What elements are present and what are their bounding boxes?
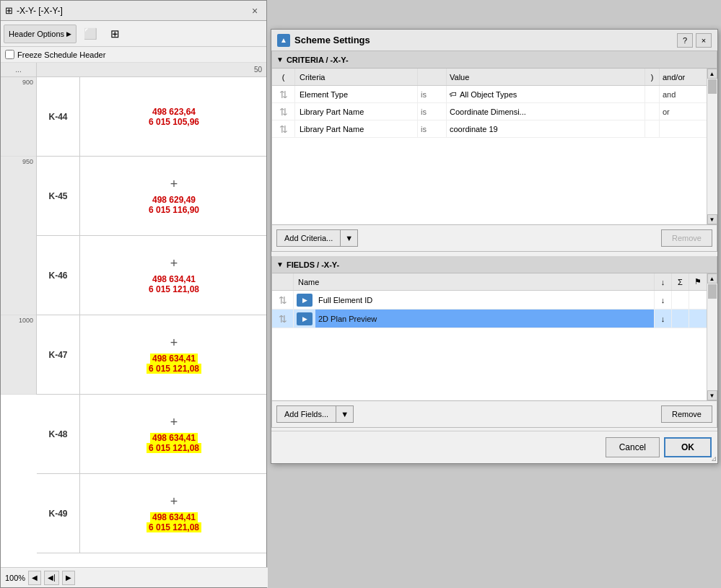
fields-scroll-up-btn[interactable]: ▲ [707,273,717,284]
criteria-value-2: Coordinate Dimensi... [447,103,645,120]
grid-select-button[interactable]: ⊞ [104,25,126,43]
criteria-is-3: is [418,120,447,137]
plus-k47: + [170,335,178,351]
criteria-table: ( Criteria Value ) and/or [272,69,707,224]
dialog-help-button[interactable]: ? [677,33,693,48]
fields-table: Name ↓ Σ ⚑ ⇅ ▶ Full Element I [272,273,707,400]
main-titlebar: ⊞ -X-Y- [-X-Y-] × [1,1,266,21]
col-header-sum: Σ [672,273,689,290]
row-label-k44: K-44 [37,77,80,156]
fields-scroll-thumb[interactable] [708,284,717,299]
table-row: K-47 + 498 634,41 6 015 121,08 [37,315,266,395]
row-data-k49: + 498 634,41 6 015 121,08 [80,474,266,553]
criteria-row-1[interactable]: ⇅ Element Type is 🏷 All Object Types and [272,86,707,103]
main-toolbar: Header Options ▶ ⬜ ⊞ [1,21,266,47]
remove-fields-button[interactable]: Remove [661,405,712,423]
row-label-k48: K-48 [37,395,80,473]
field-flag-2 [689,310,707,328]
table-row: K-49 + 498 634,41 6 015 121,08 [37,474,266,553]
field-drag-1[interactable]: ⇅ [272,291,294,309]
criteria-value-3: coordinate 19 [447,120,645,137]
dropdown-arrow-icon: ▼ [345,234,353,242]
dialog-footer: Cancel OK [271,431,717,463]
drag-handle-3[interactable]: ⇅ [272,120,295,137]
criteria-andor-1: and [660,86,707,102]
row-data-k44: 498 623,64 6 015 105,96 [80,77,266,156]
row-label-k49: K-49 [37,474,80,553]
scroll-up-btn[interactable]: ▲ [707,69,717,79]
fields-scrollbar[interactable]: ▲ ▼ [707,273,717,400]
criteria-table-header: ( Criteria Value ) and/or [272,69,707,86]
window-title: -X-Y- [-X-Y-] [17,6,63,16]
plus-k46: + [170,256,178,271]
fields-scroll-down-btn[interactable]: ▼ [707,390,717,400]
fields-dropdown-arrow-icon: ▼ [341,410,349,418]
criteria-is-2: is [418,103,447,120]
dialog-titlebar: ▲ Scheme Settings ? × [271,30,717,51]
row-data-k48: + 498 634,41 6 015 121,08 [80,395,266,473]
row-data-k45: + 498 629,49 6 015 116,90 [80,157,266,235]
field-row-2[interactable]: ⇅ ▶ 2D Plan Preview ↓ [272,310,707,328]
add-fields-dropdown-button[interactable]: ▼ [336,405,354,423]
criteria-is-1: is [418,86,447,102]
row-label-k46: K-46 [37,236,80,315]
criteria-rparen-3 [645,120,660,137]
ruler-vertical: 900 950 1000 [1,77,37,395]
grid-content: K-44 498 623,64 6 015 105,96 K-45 + 498 … [37,77,266,553]
criteria-type-2: Library Part Name [295,103,418,120]
criteria-scrollbar[interactable]: ▲ ▼ [707,69,717,224]
row-label-k47: K-47 [37,315,80,394]
close-button[interactable]: × [248,4,262,18]
criteria-type-1: Element Type [295,86,418,102]
nav-home-button[interactable]: ◀| [44,571,59,585]
zoom-level: 100% [5,574,25,582]
fields-section-header[interactable]: ▼ FIELDS / -X-Y- [271,256,717,273]
remove-criteria-button[interactable]: Remove [661,229,712,247]
criteria-row-3[interactable]: ⇅ Library Part Name is coordinate 19 [272,120,707,138]
cancel-button[interactable]: Cancel [606,437,660,457]
col-header-value: Value [447,69,645,85]
col-header-rparen: ) [645,69,660,85]
bottom-status-bar: 100% ◀ ◀| ▶ [1,567,268,587]
drag-handle-2[interactable]: ⇅ [272,103,295,120]
nav-prev-button[interactable]: ◀ [28,571,41,585]
main-window: ⊞ -X-Y- [-X-Y-] × Header Options ▶ ⬜ ⊞ F… [0,0,721,588]
fields-toggle-icon: ▼ [276,260,284,268]
field-flag-1 [689,291,707,309]
field-sort-1: ↓ [655,291,672,309]
table-row: K-48 + 498 634,41 6 015 121,08 [37,395,266,474]
ok-button[interactable]: OK [664,437,712,457]
nav-next-button[interactable]: ▶ [62,571,75,585]
coord-k45-2: 6 015 116,90 [149,205,199,215]
drag-handle-1[interactable]: ⇅ [272,86,295,102]
fields-scroll-track [707,284,717,390]
dialog-close-button[interactable]: × [696,33,712,48]
scroll-down-btn[interactable]: ▼ [707,214,717,224]
criteria-row-2[interactable]: ⇅ Library Part Name is Coordinate Dimens… [272,103,707,120]
add-criteria-button[interactable]: Add Criteria... [276,229,340,247]
fields-table-header: Name ↓ Σ ⚑ [272,273,707,291]
plus-k45: + [170,177,178,192]
ruler-h-label: 50 [254,66,262,74]
dialog-title-icon: ▲ [277,34,290,47]
header-options-button[interactable]: Header Options ▶ [4,25,77,43]
select-icon-button[interactable]: ⬜ [79,25,101,43]
field-row-1[interactable]: ⇅ ▶ Full Element ID ↓ [272,291,707,310]
resize-corner[interactable]: ⊿ [707,453,717,463]
fields-table-container: Name ↓ Σ ⚑ ⇅ ▶ Full Element I [271,273,717,401]
coord-k45-1: 498 629,49 [152,195,196,205]
fields-buttons: Add Fields... ▼ Remove [271,401,717,428]
row-label-k45: K-45 [37,157,80,235]
freeze-checkbox[interactable] [5,50,14,59]
dialog-controls: ? × [677,33,712,48]
table-row: K-44 498 623,64 6 015 105,96 [37,77,266,157]
ruler-v-1000: 1000 [1,315,36,395]
scroll-thumb[interactable] [708,79,717,94]
field-sum-1 [672,291,689,309]
criteria-section-label: CRITERIA / -X-Y- [287,56,349,64]
criteria-section-header[interactable]: ▼ CRITERIA / -X-Y- [271,51,717,69]
field-drag-2[interactable]: ⇅ [272,310,294,328]
add-fields-button[interactable]: Add Fields... [276,405,336,423]
field-icon-2: ▶ [297,312,313,325]
add-criteria-dropdown-button[interactable]: ▼ [340,229,358,247]
